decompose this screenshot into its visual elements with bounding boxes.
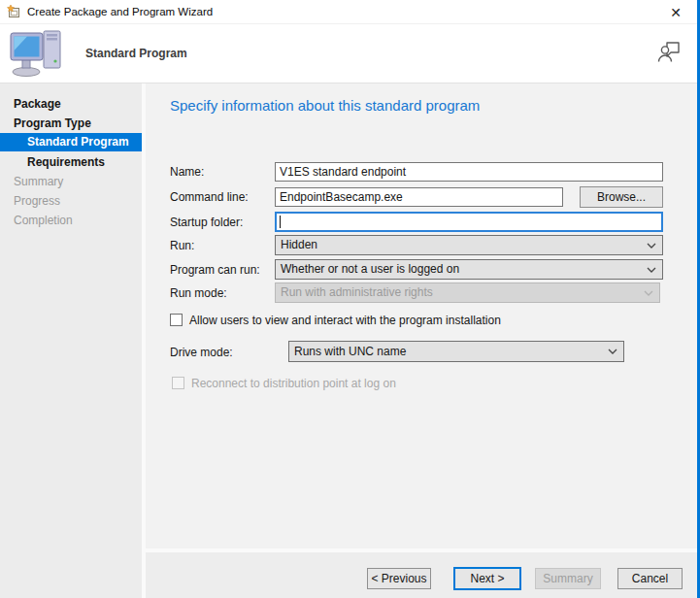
chevron-down-icon xyxy=(647,243,656,249)
allow-interact-checkbox-label[interactable]: Allow users to view and interact with th… xyxy=(189,314,501,327)
wizard-footer: < Previous Next > Summary Cancel xyxy=(146,552,697,598)
wizard-page-content: Specify information about this standard … xyxy=(146,83,697,548)
drive-mode-dropdown[interactable]: Runs with UNC name xyxy=(288,341,624,362)
sidebar-item-completion: Completion xyxy=(0,212,142,230)
wizard-steps-sidebar: Package Program Type Standard Program Re… xyxy=(0,83,142,598)
wizard-header: Standard Program xyxy=(0,24,697,83)
reconnect-checkbox-label: Reconnect to distribution point at log o… xyxy=(191,377,396,390)
chevron-down-icon xyxy=(644,290,653,296)
drive-mode-selected-value: Runs with UNC name xyxy=(294,345,406,358)
create-package-program-wizard-window: Create Package and Program Wizard ✕ Stan… xyxy=(0,0,700,598)
sidebar-item-program-type[interactable]: Program Type xyxy=(0,115,142,133)
sidebar-item-standard-program[interactable]: Standard Program xyxy=(0,133,142,151)
program-can-run-dropdown[interactable]: Whether or not a user is logged on xyxy=(275,259,663,280)
cancel-button[interactable]: Cancel xyxy=(617,568,683,589)
browse-button[interactable]: Browse... xyxy=(580,186,663,208)
next-button[interactable]: Next > xyxy=(453,567,521,590)
command-line-input[interactable] xyxy=(275,187,563,207)
reconnect-checkbox xyxy=(172,377,184,389)
summary-button: Summary xyxy=(535,568,601,589)
run-mode-label: Run mode: xyxy=(170,286,227,300)
name-label: Name: xyxy=(170,165,204,179)
page-title: Specify information about this standard … xyxy=(170,97,480,114)
name-input[interactable] xyxy=(275,162,663,182)
text-cursor xyxy=(280,216,281,228)
sidebar-item-summary: Summary xyxy=(0,173,142,191)
close-button[interactable]: ✕ xyxy=(663,2,688,22)
chevron-down-icon xyxy=(608,349,617,354)
program-can-run-selected-value: Whether or not a user is logged on xyxy=(281,262,459,276)
previous-button[interactable]: < Previous xyxy=(367,568,431,589)
run-mode-dropdown: Run with administrative rights xyxy=(275,282,660,303)
window-title: Create Package and Program Wizard xyxy=(27,6,213,17)
drive-mode-label: Drive mode: xyxy=(170,346,233,359)
run-dropdown[interactable]: Hidden xyxy=(275,235,663,255)
feedback-icon[interactable] xyxy=(657,39,683,64)
run-mode-selected-value: Run with administrative rights xyxy=(281,285,433,299)
sidebar-item-requirements[interactable]: Requirements xyxy=(0,153,142,172)
sidebar-item-package[interactable]: Package xyxy=(0,95,142,114)
sidebar-item-progress: Progress xyxy=(0,192,142,211)
allow-interact-checkbox[interactable] xyxy=(170,314,183,326)
program-can-run-label: Program can run: xyxy=(170,263,260,277)
title-bar[interactable]: Create Package and Program Wizard ✕ xyxy=(0,0,697,24)
wizard-page-group-title: Standard Program xyxy=(85,47,187,60)
startup-folder-label: Startup folder: xyxy=(170,216,243,229)
wizard-window-icon xyxy=(7,5,21,19)
startup-folder-input[interactable] xyxy=(275,212,663,232)
chevron-down-icon xyxy=(647,267,656,273)
run-selected-value: Hidden xyxy=(281,238,317,251)
run-label: Run: xyxy=(170,239,194,252)
computer-icon xyxy=(10,29,64,78)
command-line-label: Command line: xyxy=(170,190,249,204)
